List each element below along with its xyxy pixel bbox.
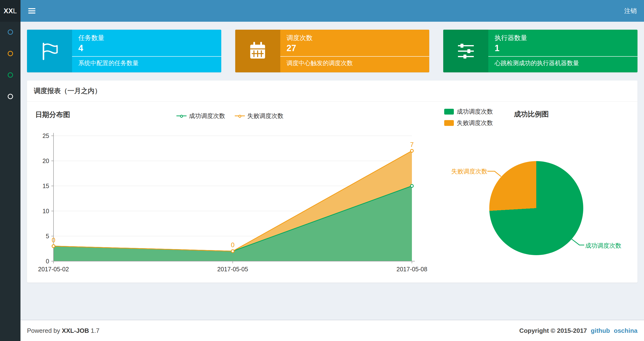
legend-swatch-icon xyxy=(444,109,454,115)
app-logo-bold: XX xyxy=(4,7,13,15)
pie-slice-label-success: 成功调度次数 xyxy=(585,242,621,250)
sidebar-item-3[interactable] xyxy=(0,72,20,94)
legend-label: 成功调度次数 xyxy=(457,108,493,116)
info-box-description: 系统中配置的任务数量 xyxy=(72,59,221,67)
page-footer: Powered by XXL-JOB 1.7 Copyright © 2015-… xyxy=(20,320,644,341)
legend-item-fail[interactable]: 失败调度次数 xyxy=(444,119,493,127)
svg-text:20: 20 xyxy=(42,157,49,164)
legend-label: 失败调度次数 xyxy=(457,119,493,127)
date-distribution-chart[interactable]: 05101520252017-05-022017-05-052017-05-08… xyxy=(34,126,439,275)
powered-prefix: Powered by xyxy=(27,327,60,334)
circle-o-icon xyxy=(8,30,13,35)
circle-o-icon xyxy=(8,72,13,78)
pie-slice-label-fail: 失败调度次数 xyxy=(427,167,487,175)
info-box-icon-area xyxy=(443,30,488,72)
info-box: 任务数量 4 系统中配置的任务数量 xyxy=(27,30,221,72)
svg-text:10: 10 xyxy=(42,208,49,214)
info-box-value: 4 xyxy=(72,42,221,53)
top-navbar: XXL 注销 xyxy=(0,0,644,22)
sidebar xyxy=(0,22,20,341)
oschina-link[interactable]: oschina xyxy=(614,327,638,334)
sidebar-item-2[interactable] xyxy=(0,51,20,72)
github-link[interactable]: github xyxy=(591,327,610,334)
info-box-value: 1 xyxy=(488,42,638,53)
logout-link[interactable]: 注销 xyxy=(617,0,644,22)
info-box-content: 执行器数量 1 心跳检测成功的执行器机器数量 xyxy=(488,30,638,72)
line-legend-marker-icon xyxy=(176,116,186,116)
powered-by: Powered by XXL-JOB 1.7 xyxy=(27,327,100,334)
info-box-label: 调度次数 xyxy=(280,34,430,42)
info-box-content: 任务数量 4 系统中配置的任务数量 xyxy=(72,30,221,72)
app-logo[interactable]: XXL xyxy=(0,0,20,22)
svg-text:15: 15 xyxy=(42,183,49,189)
pie-chart-legend: 成功调度次数 失败调度次数 xyxy=(444,108,493,130)
flag-icon xyxy=(40,41,60,61)
svg-text:0: 0 xyxy=(231,241,234,249)
svg-text:7: 7 xyxy=(410,141,414,148)
app-logo-rest: L xyxy=(13,7,17,15)
stats-row: 任务数量 4 系统中配置的任务数量 调度次数 xyxy=(27,30,638,72)
svg-text:0: 0 xyxy=(46,258,49,264)
brand-name: XXL-JOB xyxy=(62,327,89,334)
circle-o-icon xyxy=(8,51,13,56)
svg-text:2017-05-02: 2017-05-02 xyxy=(38,266,69,272)
circle-o-icon xyxy=(8,94,13,99)
line-chart-title: 日期分布图 xyxy=(35,110,70,120)
pie-chart-title: 成功比例图 xyxy=(514,110,549,119)
line-legend-marker-icon xyxy=(235,116,245,116)
legend-label: 成功调度次数 xyxy=(189,112,225,120)
sidebar-item-4[interactable] xyxy=(0,94,20,115)
info-box-value: 27 xyxy=(280,42,430,53)
panel-body: 日期分布图 成功调度次数 失败调度次数 05101520252017-05-02… xyxy=(27,102,638,283)
report-panel: 调度报表（一月之内） 日期分布图 成功调度次数 失败调度次数 051015202… xyxy=(27,81,638,283)
divider xyxy=(72,56,221,57)
info-box-label: 任务数量 xyxy=(72,34,221,42)
panel-title: 调度报表（一月之内） xyxy=(27,81,638,102)
info-box-description: 心跳检测成功的执行器机器数量 xyxy=(488,59,638,67)
info-box-label: 执行器数量 xyxy=(488,34,638,42)
info-box-icon-area xyxy=(235,30,280,72)
hamburger-icon xyxy=(28,7,36,15)
info-box-description: 调度中心触发的调度次数 xyxy=(280,59,430,67)
svg-text:25: 25 xyxy=(42,132,49,139)
copyright-text: Copyright © 2015-2017 xyxy=(520,327,587,334)
line-chart-legend: 成功调度次数 失败调度次数 xyxy=(176,112,284,120)
svg-text:0: 0 xyxy=(52,237,55,244)
divider xyxy=(280,56,430,57)
calendar-icon xyxy=(248,41,268,61)
svg-text:5: 5 xyxy=(46,233,49,239)
svg-text:2017-05-05: 2017-05-05 xyxy=(218,266,248,272)
info-box-icon-area xyxy=(27,30,72,72)
navbar-right: 注销 xyxy=(617,0,644,22)
legend-item-success[interactable]: 成功调度次数 xyxy=(176,112,225,120)
legend-label: 失败调度次数 xyxy=(247,112,284,120)
sidebar-toggle-button[interactable] xyxy=(20,0,43,22)
success-ratio-pie-chart[interactable] xyxy=(489,161,583,255)
version-number: 1.7 xyxy=(90,327,99,334)
info-box: 调度次数 27 调度中心触发的调度次数 xyxy=(235,30,430,72)
legend-item-success[interactable]: 成功调度次数 xyxy=(444,108,493,116)
info-box: 执行器数量 1 心跳检测成功的执行器机器数量 xyxy=(443,30,638,72)
divider xyxy=(488,56,638,57)
sliders-icon xyxy=(456,41,476,61)
svg-text:2017-05-08: 2017-05-08 xyxy=(396,266,427,272)
info-box-content: 调度次数 27 调度中心触发的调度次数 xyxy=(280,30,430,72)
legend-swatch-icon xyxy=(444,120,454,126)
legend-item-fail[interactable]: 失败调度次数 xyxy=(235,112,284,120)
main-content: 运行报表 任务调度中心 任务数量 4 系统中配置的任务数量 xyxy=(20,0,644,283)
sidebar-item-1[interactable] xyxy=(0,30,20,51)
footer-right: Copyright © 2015-2017 github oschina xyxy=(520,327,638,334)
